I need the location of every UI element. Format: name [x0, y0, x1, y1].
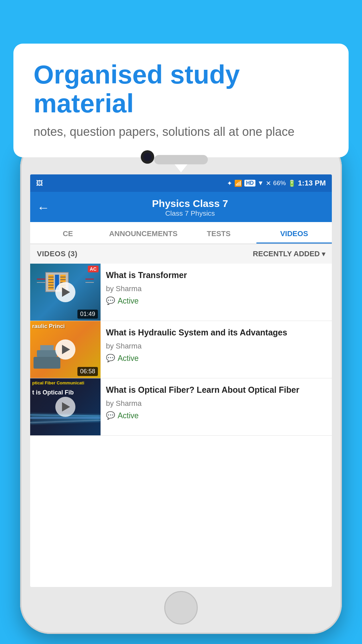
- bubble-title: Organised study material: [34, 60, 328, 118]
- app-header: ← Physics Class 7 Class 7 Physics: [30, 192, 332, 222]
- video-author-1: by Sharma: [106, 284, 326, 293]
- video-item-2[interactable]: raulic Princi 06:58 What is Hydraulic Sy…: [30, 321, 332, 378]
- phone-screen: 🖼 ✦ 📶 HD ▼ ✕ 66% 🔋 1:13 PM ← Physics Cla…: [30, 174, 332, 587]
- play-icon-3: [62, 402, 70, 412]
- bubble-subtitle: notes, question papers, solutions all at…: [34, 125, 328, 139]
- play-button-1[interactable]: [55, 282, 75, 302]
- play-button-3[interactable]: [55, 397, 75, 417]
- status-bar: 🖼 ✦ 📶 HD ▼ ✕ 66% 🔋 1:13 PM: [30, 174, 332, 192]
- phone-frame: 🖼 ✦ 📶 HD ▼ ✕ 66% 🔋 1:13 PM ← Physics Cla…: [20, 138, 342, 634]
- video-thumb-2: raulic Princi 06:58: [30, 321, 101, 378]
- video-author-3: by Sharma: [106, 399, 326, 408]
- video-info-2: What is Hydraulic System and its Advanta…: [101, 321, 332, 378]
- battery-pct: 66%: [273, 179, 286, 187]
- video-thumb-1: 01:49 AC: [30, 264, 101, 321]
- chevron-down-icon: ▾: [322, 250, 325, 258]
- header-title-block: Physics Class 7 Class 7 Physics: [55, 198, 325, 217]
- network-icon: ✕: [266, 179, 271, 187]
- status-left-icons: 🖼: [36, 179, 43, 187]
- tabs-bar: CE ANNOUNCEMENTS TESTS VIDEOS: [30, 222, 332, 244]
- video-status-3: 💬 Active: [106, 411, 326, 420]
- video-thumb-3: ptical Fiber Communicati t is Optical Fi…: [30, 378, 101, 435]
- video-info-1: What is Transformer by Sharma 💬 Active: [101, 264, 332, 321]
- acm-badge: AC: [88, 266, 99, 272]
- battery-icon: 🔋: [288, 179, 296, 187]
- active-status-2: Active: [118, 354, 139, 363]
- video-title-3: What is Optical Fiber? Learn About Optic…: [106, 384, 326, 396]
- active-status-1: Active: [118, 297, 139, 306]
- header-main-title: Physics Class 7: [55, 198, 325, 209]
- chat-icon-2: 💬: [106, 354, 115, 363]
- video-status-2: 💬 Active: [106, 354, 326, 363]
- wifi-icon: ▼: [257, 179, 264, 187]
- signal-icon: 📶: [234, 179, 242, 187]
- speech-bubble: Organised study material notes, question…: [13, 44, 349, 157]
- clock: 1:13 PM: [298, 179, 326, 187]
- header-breadcrumb: Class 7 Physics: [55, 209, 325, 217]
- video-status-1: 💬 Active: [106, 297, 326, 306]
- phone-home-button[interactable]: [164, 591, 198, 625]
- video-duration-2: 06:58: [77, 367, 98, 376]
- bluetooth-icon: ✦: [227, 179, 232, 187]
- thumb-label-3a: ptical Fiber Communicati: [32, 380, 99, 385]
- thumb-label-2: raulic Princi: [32, 323, 99, 330]
- tab-ce[interactable]: CE: [30, 222, 106, 244]
- video-title-1: What is Transformer: [106, 270, 326, 281]
- video-duration-1: 01:49: [77, 310, 98, 319]
- video-item-3[interactable]: ptical Fiber Communicati t is Optical Fi…: [30, 378, 332, 436]
- play-icon-2: [62, 345, 70, 354]
- thumb-label-3b: t is Optical Fib: [32, 389, 99, 396]
- tab-videos[interactable]: VIDEOS: [256, 222, 332, 244]
- status-right-info: ✦ 📶 HD ▼ ✕ 66% 🔋 1:13 PM: [227, 179, 326, 187]
- tab-announcements[interactable]: ANNOUNCEMENTS: [106, 222, 181, 244]
- video-author-2: by Sharma: [106, 342, 326, 351]
- video-count: VIDEOS (3): [37, 250, 77, 258]
- chat-icon-1: 💬: [106, 297, 115, 305]
- play-button-2[interactable]: [55, 339, 75, 360]
- video-title-2: What is Hydraulic System and its Advanta…: [106, 327, 326, 338]
- phone-camera: [141, 150, 154, 164]
- tab-tests[interactable]: TESTS: [181, 222, 256, 244]
- sort-label: RECENTLY ADDED: [253, 250, 320, 258]
- phone-speaker: [154, 155, 208, 164]
- notification-icon: 🖼: [36, 179, 43, 187]
- chat-icon-3: 💬: [106, 411, 115, 420]
- video-info-3: What is Optical Fiber? Learn About Optic…: [101, 378, 332, 435]
- back-button[interactable]: ←: [37, 201, 50, 214]
- video-item-1[interactable]: 01:49 AC What is Transformer by Sharma 💬…: [30, 264, 332, 321]
- list-header: VIDEOS (3) RECENTLY ADDED ▾: [30, 244, 332, 264]
- active-status-3: Active: [118, 411, 139, 420]
- sort-button[interactable]: RECENTLY ADDED ▾: [253, 250, 325, 258]
- play-icon-1: [62, 287, 70, 297]
- hd-badge: HD: [244, 180, 255, 186]
